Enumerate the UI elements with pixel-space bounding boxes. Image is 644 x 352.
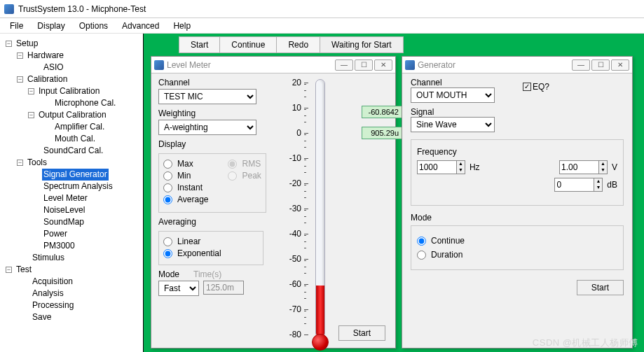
tree-label[interactable]: Power	[42, 228, 69, 240]
tree-label[interactable]: Hardware	[26, 50, 65, 62]
voltage-spinner[interactable]: ▲▼	[559, 160, 608, 174]
tree-label[interactable]: Test	[15, 264, 33, 276]
collapse-icon[interactable]: −	[28, 88, 34, 94]
tree-item[interactable]: SoundMap	[3, 216, 140, 228]
tree-item[interactable]: SoundCard Cal.	[3, 145, 140, 157]
up-icon[interactable]: ▲	[457, 161, 465, 167]
exponential-radio[interactable]	[163, 249, 172, 258]
tree-item[interactable]: Save	[3, 311, 140, 323]
tree-label[interactable]: Level Meter	[42, 192, 89, 204]
tree-label[interactable]: Tools	[26, 157, 48, 169]
tree-item[interactable]: −Tools	[3, 157, 140, 169]
tree-label[interactable]: Calibration	[26, 73, 69, 85]
generator-header[interactable]: Generator — ☐ ✕	[402, 57, 632, 73]
tree-label[interactable]: Acquisition	[31, 276, 74, 288]
tree-label[interactable]: Input Calibration	[37, 85, 101, 97]
close-icon[interactable]: ✕	[374, 59, 392, 71]
db-input[interactable]	[555, 178, 594, 191]
tree-item[interactable]: −Test	[3, 264, 140, 276]
collapse-icon[interactable]: −	[28, 112, 34, 118]
max-radio[interactable]	[163, 160, 172, 169]
tree-label[interactable]: Setup	[15, 38, 39, 50]
down-icon[interactable]: ▼	[599, 167, 607, 174]
tree-label[interactable]: NoiseLevel	[42, 204, 86, 216]
gen-start-button[interactable]: Start	[577, 280, 624, 295]
instant-radio[interactable]	[163, 183, 172, 192]
tree-label[interactable]: SoundMap	[42, 216, 85, 228]
maximize-icon[interactable]: ☐	[591, 59, 610, 71]
tree-label[interactable]: ASIO	[42, 62, 65, 73]
tree-item[interactable]: −Input Calibration	[3, 85, 140, 97]
weighting-select[interactable]: A-weighting	[158, 120, 256, 135]
mode-select[interactable]: Fast	[158, 281, 199, 296]
tree-label[interactable]: Processing	[31, 300, 75, 311]
tree-item[interactable]: Microphone Cal.	[3, 97, 140, 109]
tree-item[interactable]: Acquisition	[3, 276, 140, 288]
tree-item[interactable]: ASIO	[3, 62, 140, 73]
tree-label[interactable]: Output Calibration	[37, 109, 108, 121]
tree-item[interactable]: −Calibration	[3, 73, 140, 85]
tree-item[interactable]: Mouth Cal.	[3, 133, 140, 145]
down-icon[interactable]: ▼	[457, 167, 465, 174]
redo-button[interactable]: Redo	[277, 37, 320, 52]
tree-item[interactable]: Processing	[3, 300, 140, 311]
continue-button[interactable]: Continue	[220, 37, 277, 52]
collapse-icon[interactable]: −	[6, 267, 12, 273]
tree-item[interactable]: −Setup	[3, 38, 140, 50]
tree-label[interactable]: SoundCard Cal.	[42, 145, 104, 157]
signal-select[interactable]: Sine Wave	[411, 117, 495, 132]
channel-select[interactable]: TEST MIC	[158, 89, 256, 104]
menu-advanced[interactable]: Advanced	[115, 19, 166, 33]
frequency-spinner[interactable]: ▲▼	[417, 160, 465, 174]
tree-item[interactable]: Stimulus	[3, 252, 140, 264]
tree-label[interactable]: Spectrum Analysis	[42, 181, 114, 192]
tree-label[interactable]: Save	[31, 311, 53, 323]
tree-item[interactable]: Spectrum Analysis	[3, 181, 140, 192]
frequency-input[interactable]	[418, 161, 456, 174]
menu-options[interactable]: Options	[72, 19, 115, 33]
tree-label[interactable]: Microphone Cal.	[53, 97, 117, 109]
tree-label[interactable]: Signal Generator	[42, 169, 109, 181]
voltage-input[interactable]	[560, 161, 598, 174]
minimize-icon[interactable]: —	[335, 59, 353, 71]
menu-help[interactable]: Help	[166, 19, 198, 33]
menu-display[interactable]: Display	[30, 19, 71, 33]
tree-item[interactable]: Analysis	[3, 288, 140, 300]
eq-checkbox[interactable]: ✓EQ?	[523, 82, 549, 92]
tree-item[interactable]: −Output Calibration	[3, 109, 140, 121]
collapse-icon[interactable]: −	[17, 160, 23, 166]
tree-item[interactable]: −Hardware	[3, 50, 140, 62]
collapse-icon[interactable]: −	[17, 76, 23, 83]
tree-item[interactable]: Level Meter	[3, 192, 140, 204]
minimize-icon[interactable]: —	[572, 59, 590, 71]
continue-radio[interactable]	[417, 237, 426, 246]
linear-radio[interactable]	[163, 237, 172, 246]
tree-item[interactable]: Amplifier Cal.	[3, 121, 140, 133]
setup-tree[interactable]: −Setup−HardwareASIO−Calibration−Input Ca…	[0, 34, 144, 352]
close-icon[interactable]: ✕	[611, 59, 629, 71]
maximize-icon[interactable]: ☐	[355, 59, 373, 71]
start-button[interactable]: Start	[179, 37, 220, 52]
collapse-icon[interactable]: −	[6, 41, 12, 47]
average-radio[interactable]	[163, 195, 172, 204]
down-icon[interactable]: ▼	[594, 185, 602, 191]
tree-label[interactable]: Stimulus	[31, 252, 66, 264]
tree-item[interactable]: PM3000	[3, 240, 140, 252]
collapse-icon[interactable]: −	[17, 52, 23, 59]
gen-channel-select[interactable]: OUT MOUTH	[411, 87, 495, 103]
tree-label[interactable]: Mouth Cal.	[53, 133, 97, 145]
up-icon[interactable]: ▲	[594, 178, 602, 185]
tree-item[interactable]: Power	[3, 228, 140, 240]
tree-item[interactable]: Signal Generator	[3, 169, 140, 181]
duration-radio[interactable]	[417, 251, 426, 260]
db-spinner[interactable]: ▲▼	[554, 178, 603, 192]
tree-label[interactable]: Amplifier Cal.	[53, 121, 106, 133]
tree-label[interactable]: PM3000	[42, 240, 76, 252]
tree-item[interactable]: NoiseLevel	[3, 204, 140, 216]
min-radio[interactable]	[163, 171, 172, 181]
tree-label[interactable]: Analysis	[31, 288, 65, 300]
up-icon[interactable]: ▲	[599, 161, 607, 167]
level-meter-header[interactable]: Level Meter — ☐ ✕	[151, 57, 395, 73]
level-start-button[interactable]: Start	[338, 325, 385, 341]
menu-file[interactable]: File	[3, 19, 30, 33]
